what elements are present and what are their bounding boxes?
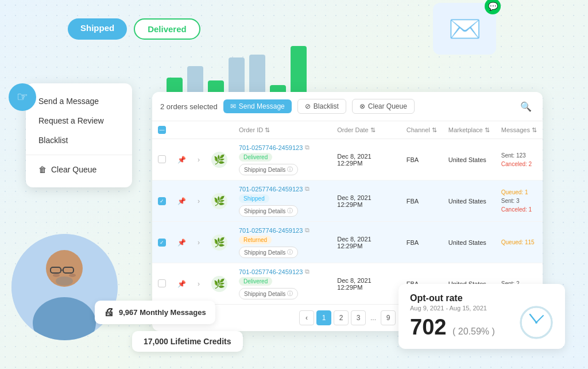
row-3-channel: FBA bbox=[401, 222, 443, 263]
table-row: ✓ 📌 › 🌿 701-0257746-2459123 ⧉ Shipped bbox=[152, 180, 543, 222]
row-1-pin[interactable]: 📌 bbox=[172, 139, 192, 180]
table-row: 📌 › 🌿 701-0257746-2459123 ⧉ Delivered Sh… bbox=[152, 139, 543, 180]
clear-queue-button[interactable]: ⊗ Clear Queue bbox=[352, 99, 415, 114]
row-3-pin[interactable]: 📌 bbox=[172, 222, 192, 263]
row-1-msg-canceled: Canceled: 2 bbox=[501, 160, 537, 168]
row-4-shipping-details[interactable]: Shipping Details ⓘ bbox=[239, 288, 298, 299]
info-icon: ⓘ bbox=[287, 248, 293, 256]
page-1-button[interactable]: 1 bbox=[316, 310, 331, 325]
th-marketplace: Marketplace ⇅ bbox=[443, 121, 496, 139]
row-1-order-id[interactable]: 701-0257746-2459123 bbox=[239, 144, 303, 151]
row-2-shipping-details[interactable]: Shipping Details ⓘ bbox=[239, 205, 298, 217]
row-4-order-date: Dec 8, 2021 12:29PM bbox=[331, 263, 400, 305]
row-4-plant: 🌿 bbox=[206, 263, 233, 305]
send-message-button[interactable]: ✉ Send Message bbox=[223, 99, 292, 113]
row-1-channel: FBA bbox=[401, 139, 443, 180]
menu-item-clear-queue[interactable]: 🗑 Clear Queue bbox=[26, 160, 132, 179]
row-1-shipping-details[interactable]: Shipping Details ⓘ bbox=[239, 164, 298, 175]
tab-shipped[interactable]: Shipped bbox=[68, 18, 127, 40]
table-header: — Order ID ⇅ Order Date ⇅ Channel ⇅ Mark… bbox=[152, 121, 543, 139]
clear-icon: ⊗ bbox=[359, 102, 365, 110]
orders-count-label: 2 orders selected bbox=[160, 102, 218, 111]
page-2-button[interactable]: 2 bbox=[334, 310, 349, 325]
row-1-copy-icon[interactable]: ⧉ bbox=[305, 144, 310, 151]
row-1-expand[interactable]: › bbox=[192, 139, 206, 180]
row-4-order-id[interactable]: 701-0257746-2459123 bbox=[239, 268, 303, 275]
blacklist-button[interactable]: ⊘ Blacklist bbox=[297, 99, 346, 114]
orders-table: — Order ID ⇅ Order Date ⇅ Channel ⇅ Mark… bbox=[152, 121, 543, 304]
context-menu: Send a Message Request a Review Blacklis… bbox=[26, 83, 132, 187]
search-button[interactable]: 🔍 bbox=[517, 98, 535, 115]
expand-arrow-icon: › bbox=[198, 280, 200, 288]
info-icon: ⓘ bbox=[287, 166, 293, 174]
person-silhouette-svg bbox=[11, 234, 118, 340]
page-prev-button[interactable]: ‹ bbox=[299, 310, 314, 325]
row-2-copy-icon[interactable]: ⧉ bbox=[305, 185, 310, 193]
page-9-button[interactable]: 9 bbox=[381, 310, 396, 325]
row-3-order-date: Dec 8, 2021 12:29PM bbox=[331, 222, 400, 263]
row-2-checkbox-cell[interactable]: ✓ bbox=[152, 180, 172, 222]
row-3-copy-icon[interactable]: ⧉ bbox=[305, 226, 310, 234]
search-icon: 🔍 bbox=[520, 101, 532, 112]
row-1-checkbox-cell[interactable] bbox=[152, 139, 172, 180]
send-icon: ✉ bbox=[230, 102, 236, 110]
row-1-checkbox[interactable] bbox=[158, 155, 166, 163]
row-3-expand[interactable]: › bbox=[192, 222, 206, 263]
row-2-order-date: Dec 8, 2021 12:29PM bbox=[331, 180, 400, 222]
info-icon: ⓘ bbox=[287, 207, 293, 215]
svg-point-7 bbox=[69, 274, 76, 277]
row-4-pin[interactable]: 📌 bbox=[172, 263, 192, 305]
optout-rate-card: Opt-out rate Aug 9, 2021 - Aug 15, 2021 … bbox=[399, 284, 565, 349]
row-2-order-id-cell: 701-0257746-2459123 ⧉ Shipped Shipping D… bbox=[233, 180, 331, 222]
optout-clock-icon bbox=[519, 305, 554, 340]
expand-arrow-icon: › bbox=[198, 239, 200, 247]
row-3-order-id[interactable]: 701-0257746-2459123 bbox=[239, 227, 303, 234]
row-2-channel: FBA bbox=[401, 180, 443, 222]
row-3-shipping-details[interactable]: Shipping Details ⓘ bbox=[239, 247, 298, 258]
select-all-checkbox[interactable]: — bbox=[158, 126, 166, 134]
row-2-status-badge: Shipped bbox=[239, 194, 269, 203]
plant-icon: 🌿 bbox=[211, 276, 227, 292]
row-1-order-date: Dec 8, 2021 12:29PM bbox=[331, 139, 400, 180]
row-2-checkbox[interactable]: ✓ bbox=[158, 197, 166, 205]
row-2-expand[interactable]: › bbox=[192, 180, 206, 222]
th-expand bbox=[192, 121, 206, 139]
row-2-marketplace: United States bbox=[443, 180, 496, 222]
row-2-order-id[interactable]: 701-0257746-2459123 bbox=[239, 186, 303, 193]
menu-item-send-message[interactable]: Send a Message bbox=[26, 91, 132, 111]
row-3-plant: 🌿 bbox=[206, 222, 233, 263]
row-3-status-badge: Returned bbox=[239, 236, 272, 244]
optout-percentage: ( 20.59% ) bbox=[452, 326, 495, 336]
page-dots: ... bbox=[368, 314, 378, 322]
menu-item-request-review[interactable]: Request a Review bbox=[26, 111, 132, 130]
row-4-checkbox[interactable] bbox=[158, 279, 166, 287]
row-4-expand[interactable]: › bbox=[192, 263, 206, 305]
tab-delivered[interactable]: Delivered bbox=[134, 18, 200, 40]
svg-line-12 bbox=[530, 314, 536, 322]
row-3-checkbox-cell[interactable]: ✓ bbox=[152, 222, 172, 263]
page-3-button[interactable]: 3 bbox=[351, 310, 366, 325]
th-plant bbox=[206, 121, 233, 139]
row-2-msg-canceled: Canceled: 1 bbox=[501, 205, 537, 214]
row-1-status-badge: Delivered bbox=[239, 153, 272, 162]
row-3-checkbox[interactable]: ✓ bbox=[158, 239, 166, 247]
th-order-id: Order ID ⇅ bbox=[233, 121, 331, 139]
svg-point-6 bbox=[53, 274, 60, 277]
row-1-order-id-cell: 701-0257746-2459123 ⧉ Delivered Shipping… bbox=[233, 139, 331, 180]
row-2-pin[interactable]: 📌 bbox=[172, 180, 192, 222]
row-2-plant: 🌿 bbox=[206, 180, 233, 222]
optout-title: Opt-out rate bbox=[410, 293, 554, 303]
plant-icon: 🌿 bbox=[211, 193, 227, 209]
row-4-checkbox-cell[interactable] bbox=[152, 263, 172, 305]
row-3-marketplace: United States bbox=[443, 222, 496, 263]
person-avatar bbox=[11, 234, 118, 340]
row-1-messages: Sent: 123 Canceled: 2 bbox=[496, 139, 543, 180]
menu-item-blacklist[interactable]: Blacklist bbox=[26, 130, 132, 150]
table-row: ✓ 📌 › 🌿 701-0257746-2459123 ⧉ Returned bbox=[152, 222, 543, 263]
expand-arrow-icon: › bbox=[198, 197, 200, 205]
row-4-copy-icon[interactable]: ⧉ bbox=[305, 268, 310, 275]
row-2-msg-sent: Sent: 3 bbox=[501, 197, 537, 205]
pin-icon: 📌 bbox=[177, 280, 186, 288]
row-3-order-id-cell: 701-0257746-2459123 ⧉ Returned Shipping … bbox=[233, 222, 331, 263]
th-checkbox[interactable]: — bbox=[152, 121, 172, 139]
